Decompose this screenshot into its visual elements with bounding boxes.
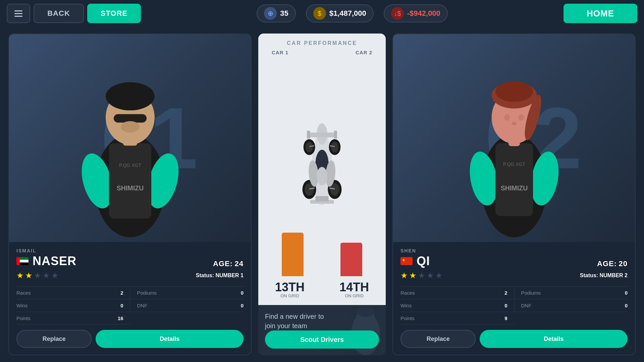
driver2-card: 02 [392, 34, 636, 355]
performance-bars [265, 216, 379, 276]
driver2-dnf-row: DNF 0 [514, 299, 628, 312]
driver1-buttons: Replace Details [16, 325, 244, 350]
driver2-status: Status: NUMBER 2 [580, 273, 628, 279]
svg-point-8 [120, 121, 139, 133]
driver2-details-button[interactable]: Details [480, 330, 628, 348]
svg-rect-14 [308, 132, 337, 137]
driver1-flag [16, 257, 29, 265]
center-panel: CAR PERFORMANCE CAR 1 CAR 2 [258, 34, 386, 355]
nav-center-stats: ⊕ 35 $ $1,487,000 ↓$ -$942,000 [144, 4, 560, 22]
svg-point-47 [518, 114, 524, 121]
driver2-info: SHEN QI AGE: 20 ★ ★ ★ ★ ★ [393, 242, 635, 355]
driver2-podiums-row: Podiums 0 [514, 287, 628, 299]
star-2: ★ [25, 271, 33, 280]
car2-label: CAR 2 [356, 50, 372, 55]
driver1-figure: SHIMIZU P.QG XGT [33, 45, 227, 242]
driver2-wins-row: Wins 0 [400, 299, 514, 312]
star-1: ★ [16, 271, 24, 280]
svg-text:P.QG  XGT: P.QG XGT [119, 163, 141, 168]
star-1: ★ [400, 271, 408, 280]
star-2: ★ [409, 271, 417, 280]
money-icon: $ [313, 7, 326, 20]
driver1-points-row: Points 16 [16, 312, 130, 325]
svg-line-28 [329, 188, 335, 189]
debt-display: ↓$ -$942,000 [384, 4, 448, 22]
driver2-points-row: Points 9 [400, 312, 514, 325]
driver1-info: ISMAIL NASER AGE: 24 ★ ★ ★ ★ ★ [9, 242, 251, 355]
car-visual-area [265, 57, 379, 280]
car2-position: 14TH [339, 281, 369, 293]
driver1-name-row: ISMAIL NASER AGE: 24 [16, 248, 244, 268]
car2-grid-pos: 14TH On Grid [339, 281, 369, 298]
svg-point-36 [357, 306, 375, 317]
back-button[interactable]: BACK [34, 4, 84, 23]
svg-point-44 [495, 81, 533, 102]
driver1-image-area: 01 SHIM [9, 34, 251, 242]
balance-display: $ $1,487,000 [306, 4, 374, 22]
top-navigation: BACK STORE ⊕ 35 $ $1,487,000 ↓$ -$942,00… [0, 0, 644, 27]
svg-rect-40 [495, 143, 533, 216]
debt-icon: ↓$ [391, 7, 404, 20]
svg-text:SHIMIZU: SHIMIZU [500, 184, 528, 192]
car1-grid-pos: 13TH On Grid [275, 281, 305, 298]
hamburger-icon [14, 10, 22, 17]
svg-text:SHIMIZU: SHIMIZU [116, 184, 144, 192]
svg-rect-15 [307, 131, 310, 139]
driver1-details-button[interactable]: Details [96, 330, 244, 348]
driver2-races-row: Races 2 [400, 287, 514, 299]
driver1-replace-button[interactable]: Replace [16, 330, 92, 348]
scout-card: Find a new driver to join your team Scou… [258, 305, 386, 355]
car-labels: CAR 1 CAR 2 [265, 50, 379, 55]
driver1-podiums-row: Podiums 0 [130, 287, 244, 299]
star-5: ★ [435, 271, 443, 280]
driver2-last-name-row: QI [400, 254, 430, 268]
svg-point-46 [504, 114, 510, 121]
driver1-age: AGE: 24 [213, 259, 244, 268]
driver2-replace-button[interactable]: Replace [400, 330, 476, 348]
svg-point-19 [306, 142, 313, 153]
scout-drivers-button[interactable]: Scout Drivers [265, 330, 379, 349]
driver1-last-name-row: NASER [16, 254, 76, 268]
svg-rect-3 [109, 143, 151, 219]
star-4: ★ [427, 271, 434, 280]
scout-description: Find a new driver to join your team [265, 312, 332, 330]
tokens-icon: ⊕ [264, 7, 277, 20]
svg-point-6 [106, 82, 155, 110]
driver1-races-row: Races 2 [16, 287, 130, 299]
driver1-status: Status: NUMBER 1 [196, 273, 244, 279]
grid-positions: 13TH On Grid 14TH On Grid [265, 280, 379, 298]
driver2-image-area: 02 [393, 34, 635, 242]
driver2-last-name: QI [417, 254, 430, 268]
main-content: 01 SHIM [0, 27, 644, 362]
svg-rect-16 [334, 131, 337, 139]
home-button[interactable]: HOME [564, 4, 637, 23]
driver2-stats-grid: Races 2 Podiums 0 Wins 0 DNF 0 Points [400, 286, 628, 325]
svg-rect-32 [315, 196, 328, 201]
tokens-value: 35 [280, 9, 288, 18]
driver1-stars: ★ ★ ★ ★ ★ [16, 271, 59, 280]
driver2-name-block: SHEN QI [400, 248, 430, 268]
car1-on-grid: On Grid [275, 293, 305, 298]
car-performance-card: CAR PERFORMANCE CAR 1 CAR 2 [258, 34, 386, 305]
car1-perf-bar [282, 233, 304, 276]
driver1-dnf-row: DNF 0 [130, 299, 244, 312]
car2-perf-bar [340, 243, 362, 276]
store-button[interactable]: STORE [87, 4, 141, 23]
svg-point-33 [317, 167, 327, 185]
svg-point-20 [331, 142, 338, 153]
star-3: ★ [34, 271, 41, 280]
debt-value: -$942,000 [407, 9, 440, 18]
driver2-age: AGE: 20 [597, 259, 628, 268]
driver2-stars: ★ ★ ★ ★ ★ [400, 271, 443, 280]
menu-button[interactable] [7, 4, 30, 23]
driver1-first-name: ISMAIL [16, 248, 76, 253]
balance-value: $1,487,000 [329, 9, 366, 18]
car1-label: CAR 1 [272, 50, 288, 55]
driver2-buttons: Replace Details [400, 325, 628, 350]
driver2-figure: SHIMIZU P.QG XGT [417, 45, 611, 242]
driver2-stars-status: ★ ★ ★ ★ ★ Status: NUMBER 2 [400, 271, 628, 280]
driver2-first-name: SHEN [400, 248, 430, 253]
driver1-wins-row: Wins 0 [16, 299, 130, 312]
svg-point-48 [512, 122, 516, 125]
driver2-flag [400, 257, 413, 265]
